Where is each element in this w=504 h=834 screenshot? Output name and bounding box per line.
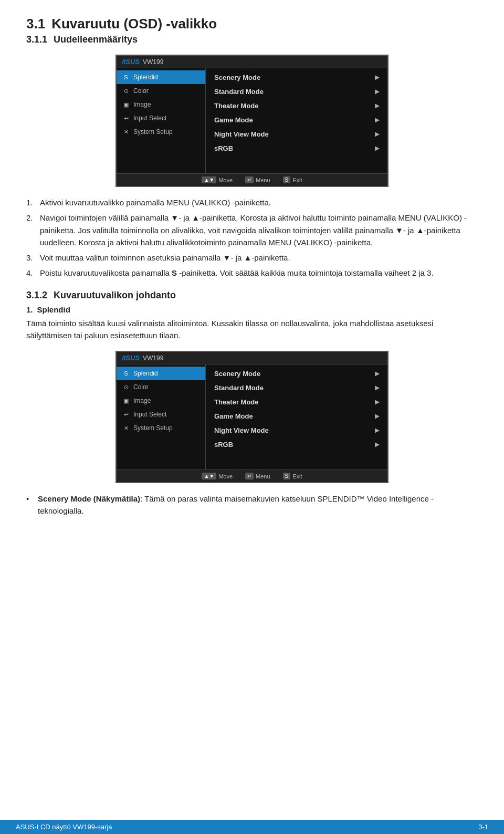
night-view-arrow-2: ▶ bbox=[375, 427, 379, 434]
instruction-text-3: Voit muuttaa valitun toiminnon asetuksia… bbox=[40, 252, 290, 264]
srgb-arrow-2: ▶ bbox=[375, 441, 379, 448]
instruction-2: 2. Navigoi toimintojen välillä painamall… bbox=[26, 212, 478, 248]
srgb-label-1: sRGB bbox=[214, 144, 233, 152]
move-label-1: Move bbox=[218, 177, 233, 183]
menu-label-2: Menu bbox=[256, 473, 270, 479]
osd-scenery-mode-2: Scenery Mode ▶ bbox=[206, 367, 387, 381]
osd-menu-image-1: ▣ Image bbox=[117, 98, 205, 111]
instructions-list: 1. Aktivoi kuvaruutuvalikko painamalla M… bbox=[26, 196, 478, 279]
input-icon-1: ↩ bbox=[122, 114, 130, 122]
osd-game-mode-1: Game Mode ▶ bbox=[206, 113, 387, 127]
subsection2-number: 3.1.2 bbox=[26, 290, 47, 301]
image-label-1: Image bbox=[133, 101, 151, 108]
theater-arrow-2: ▶ bbox=[375, 399, 379, 405]
bullets-list: • Scenery Mode (Näkymätila): Tämä on par… bbox=[26, 493, 478, 517]
section-number: 3.1 bbox=[26, 16, 45, 32]
game-arrow-2: ▶ bbox=[375, 413, 379, 420]
splendid-intro: Tämä toiminto sisältää kuusi valinnaista… bbox=[26, 317, 478, 342]
section-title: Kuvaruutu (OSD) -valikko bbox=[51, 16, 217, 32]
exit-label-2: Exit bbox=[292, 473, 302, 479]
standard-arrow-2: ▶ bbox=[375, 384, 379, 391]
subsection-3-1-2: 3.1.2 Kuvaruutuvalikon johdanto bbox=[26, 290, 478, 301]
footer-left: ASUS-LCD näyttö VW199-sarja bbox=[16, 823, 112, 831]
image-icon-2: ▣ bbox=[122, 397, 130, 405]
instruction-3: 3. Voit muuttaa valitun toiminnon asetuk… bbox=[26, 252, 478, 264]
osd-scenery-mode-1: Scenery Mode ▶ bbox=[206, 70, 387, 85]
night-view-label-1: Night View Mode bbox=[214, 130, 269, 138]
bullet-scenery-mode: • Scenery Mode (Näkymätila): Tämä on par… bbox=[26, 493, 478, 517]
osd-title-bar-2: /ISUS VW199 bbox=[117, 352, 387, 364]
osd-menu-color-1: ⊙ Color bbox=[117, 84, 205, 98]
osd-menu-image-2: ▣ Image bbox=[117, 394, 205, 408]
osd-footer-move-1: ▲▼ Move bbox=[202, 176, 233, 183]
osd-footer-2: ▲▼ Move ↵ Menu S Exit bbox=[117, 470, 387, 482]
osd-body-2: S Splendid ⊙ Color ▣ Image ↩ Input Selec… bbox=[117, 364, 387, 470]
osd-game-mode-2: Game Mode ▶ bbox=[206, 409, 387, 423]
instruction-4: 4. Poistu kuvaruutuvalikosta painamalla … bbox=[26, 267, 478, 279]
instruction-text-2: Navigoi toimintojen välillä painamalla ▼… bbox=[40, 212, 478, 248]
image-icon-1: ▣ bbox=[122, 100, 130, 109]
osd-night-view-mode-1: Night View Mode ▶ bbox=[206, 127, 387, 141]
color-label-1: Color bbox=[133, 87, 149, 95]
theater-mode-label-2: Theater Mode bbox=[214, 398, 259, 406]
osd-menu-splendid-1: S Splendid bbox=[117, 70, 205, 84]
osd-theater-mode-2: Theater Mode ▶ bbox=[206, 395, 387, 409]
instruction-text-1: Aktivoi kuvaruutuvalikko painamalla MENU… bbox=[40, 196, 271, 208]
osd-screenshot-1: /ISUS VW199 S Splendid ⊙ Color ▣ Image ↩… bbox=[116, 55, 388, 187]
scenery-arrow-1: ▶ bbox=[375, 74, 379, 81]
osd-right-panel-1: Scenery Mode ▶ Standard Mode ▶ Theater M… bbox=[206, 68, 387, 173]
move-icon-1: ▲▼ bbox=[202, 176, 216, 183]
asus-logo-2: /ISUS bbox=[122, 354, 140, 362]
osd-menu-system-1: ✕ System Setup bbox=[117, 125, 205, 139]
subsection2-title: Kuvaruutuvalikon johdanto bbox=[54, 290, 176, 301]
osd-srgb-1: sRGB ▶ bbox=[206, 141, 387, 155]
menu-label-1: Menu bbox=[256, 177, 270, 183]
osd-menu-input-1: ↩ Input Select bbox=[117, 111, 205, 125]
osd-footer-1: ▲▼ Move ↵ Menu S Exit bbox=[117, 173, 387, 186]
osd-night-view-mode-2: Night View Mode ▶ bbox=[206, 423, 387, 437]
page-footer: ASUS-LCD näyttö VW199-sarja 3-1 bbox=[0, 820, 504, 834]
osd-footer-move-2: ▲▼ Move bbox=[202, 473, 233, 479]
system-label-1: System Setup bbox=[133, 128, 173, 135]
standard-mode-label-2: Standard Mode bbox=[214, 384, 264, 392]
exit-icon-2: S bbox=[283, 473, 291, 479]
osd-theater-mode-1: Theater Mode ▶ bbox=[206, 99, 387, 113]
splendid-label-1: Splendid bbox=[133, 74, 158, 81]
splendid-name: Splendid bbox=[37, 305, 70, 314]
night-view-label-2: Night View Mode bbox=[214, 426, 269, 434]
osd-model-2: VW199 bbox=[143, 355, 163, 362]
scenery-arrow-2: ▶ bbox=[375, 370, 379, 377]
color-icon-1: ⊙ bbox=[122, 87, 130, 95]
instruction-1: 1. Aktivoi kuvaruutuvalikko painamalla M… bbox=[26, 196, 478, 208]
splendid-icon-2: S bbox=[122, 369, 130, 378]
standard-arrow-1: ▶ bbox=[375, 88, 379, 95]
num-4: 4. bbox=[26, 267, 36, 279]
splendid-num: 1. bbox=[26, 305, 33, 314]
standard-mode-label-1: Standard Mode bbox=[214, 88, 264, 96]
menu-icon-1: ↵ bbox=[245, 176, 254, 183]
osd-footer-exit-2: S Exit bbox=[283, 473, 302, 479]
input-label-2: Input Select bbox=[133, 411, 166, 418]
input-label-1: Input Select bbox=[133, 114, 166, 122]
system-label-2: System Setup bbox=[133, 424, 173, 432]
subsection-title: Uudelleenmääritys bbox=[54, 34, 138, 45]
srgb-label-2: sRGB bbox=[214, 441, 233, 449]
num-1: 1. bbox=[26, 196, 36, 208]
splendid-icon-1: S bbox=[122, 73, 130, 81]
splendid-label-2: Splendid bbox=[133, 370, 158, 377]
srgb-arrow-1: ▶ bbox=[375, 145, 379, 152]
system-icon-2: ✕ bbox=[122, 424, 130, 432]
subsection-number: 3.1.1 bbox=[26, 34, 47, 45]
osd-standard-mode-2: Standard Mode ▶ bbox=[206, 381, 387, 395]
osd-footer-menu-1: ↵ Menu bbox=[245, 176, 270, 183]
move-label-2: Move bbox=[218, 473, 233, 479]
exit-icon-1: S bbox=[283, 176, 291, 183]
move-icon-2: ▲▼ bbox=[202, 473, 216, 479]
scenery-mode-label-1: Scenery Mode bbox=[214, 74, 260, 81]
osd-left-panel-1: S Splendid ⊙ Color ▣ Image ↩ Input Selec… bbox=[117, 68, 206, 173]
theater-arrow-1: ▶ bbox=[375, 102, 379, 109]
osd-footer-menu-2: ↵ Menu bbox=[245, 473, 270, 479]
section-header: 3.1 Kuvaruutu (OSD) -valikko 3.1.1 Uudel… bbox=[26, 16, 478, 45]
scenery-mode-label-2: Scenery Mode bbox=[214, 370, 260, 378]
instruction-text-4: Poistu kuvaruutuvalikosta painamalla S -… bbox=[40, 267, 434, 279]
